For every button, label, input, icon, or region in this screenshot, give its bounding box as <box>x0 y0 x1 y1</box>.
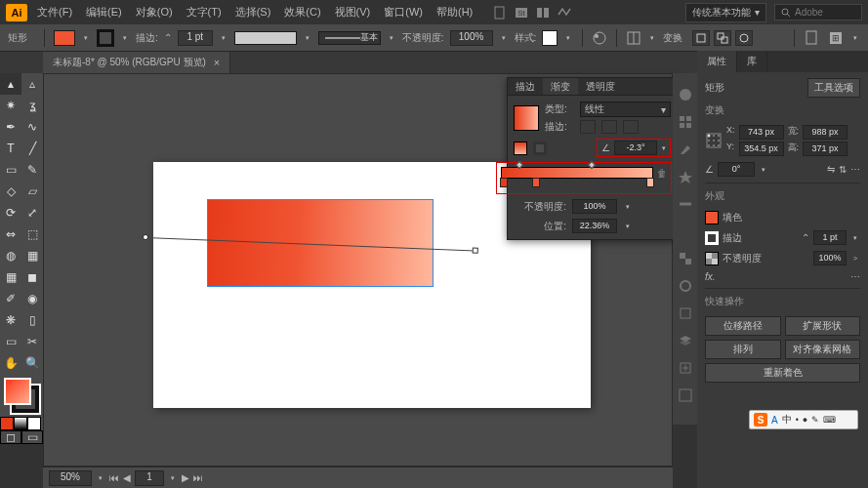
graph-tool[interactable]: ▯ <box>21 309 43 331</box>
isolate-icon[interactable] <box>735 30 753 46</box>
menu-effect[interactable]: 效果(C) <box>278 2 326 22</box>
zoom-tool[interactable]: 🔍 <box>21 352 43 374</box>
ime-item[interactable]: • <box>796 415 799 425</box>
close-tab-icon[interactable]: × <box>214 57 220 68</box>
flip-v-icon[interactable]: ⇅ <box>839 164 847 175</box>
x-input[interactable]: 743 px <box>739 125 784 140</box>
hand-tool[interactable]: ✋ <box>0 352 21 374</box>
fill-box[interactable] <box>4 378 31 405</box>
stroke-mode-2[interactable] <box>601 120 617 134</box>
rectangle-tool[interactable]: ▭ <box>0 159 21 181</box>
st-dd[interactable]: ▾ <box>387 31 396 45</box>
fill-gradient-swatch[interactable] <box>514 142 527 155</box>
shape-mode-2-icon[interactable] <box>714 30 731 46</box>
sp-dd[interactable]: ▾ <box>303 31 312 45</box>
curvature-tool[interactable]: ∿ <box>21 116 43 138</box>
midpoint-1[interactable] <box>516 161 523 169</box>
style-dd[interactable]: ▾ <box>563 31 573 45</box>
rotate-input[interactable]: 0° <box>718 162 755 177</box>
stroke-dd[interactable]: ▾ <box>120 31 130 45</box>
selected-rectangle[interactable] <box>208 200 433 286</box>
ime-item[interactable]: 中 <box>782 413 792 427</box>
rot-dd[interactable]: ▾ <box>759 163 768 177</box>
symbol-tool[interactable]: ❋ <box>0 309 21 331</box>
menu-edit[interactable]: 编辑(E) <box>80 2 128 22</box>
gradient-tool[interactable]: ◼ <box>21 266 43 288</box>
menu-file[interactable]: 文件(F) <box>31 2 78 22</box>
tab-gradient[interactable]: 渐变 <box>543 78 578 95</box>
ime-item[interactable]: ⌨ <box>823 415 836 425</box>
direct-selection-tool[interactable]: ▵ <box>21 73 43 95</box>
transparency-panel-icon[interactable] <box>678 251 693 266</box>
brush-tool[interactable]: ✎ <box>21 159 43 181</box>
gop-dd[interactable]: ▾ <box>623 200 633 214</box>
color-stop-end[interactable] <box>646 178 654 187</box>
ime-item[interactable]: A <box>771 415 778 426</box>
swatches-panel-icon[interactable] <box>678 114 693 130</box>
arrange-button[interactable]: 排列 <box>705 340 781 359</box>
tab-properties[interactable]: 属性 <box>697 51 737 72</box>
more-options-icon[interactable]: ⋯ <box>850 164 860 175</box>
h-input[interactable]: 371 px <box>803 142 847 156</box>
stroke-mode-3[interactable] <box>623 120 639 134</box>
color-swatch[interactable] <box>0 417 14 430</box>
line-tool[interactable]: ╱ <box>21 138 43 159</box>
magic-wand-tool[interactable]: ✷ <box>0 95 21 116</box>
gradient-end-handle[interactable] <box>473 247 478 253</box>
mesh-tool[interactable]: ▦ <box>0 266 21 288</box>
op-dd[interactable]: ▾ <box>499 31 509 45</box>
type-tool[interactable]: T <box>0 138 21 159</box>
stroke-mode-1[interactable] <box>580 120 596 134</box>
menu-view[interactable]: 视图(V) <box>329 2 377 22</box>
po-dd[interactable]: > <box>850 252 860 265</box>
pos-dd[interactable]: ▾ <box>623 220 633 233</box>
shaper-tool[interactable]: ◇ <box>0 181 21 202</box>
appearance-panel-icon[interactable] <box>678 278 693 294</box>
menu-type[interactable]: 文字(T) <box>181 2 227 22</box>
tab-transparency[interactable]: 透明度 <box>578 78 623 95</box>
shape-mode-1-icon[interactable] <box>692 30 710 46</box>
midpoint-2[interactable] <box>588 161 596 169</box>
shape-builder-tool[interactable]: ◍ <box>0 245 21 266</box>
reference-point-icon[interactable] <box>705 132 723 149</box>
search-input[interactable]: Adobe <box>774 4 862 20</box>
none-swatch[interactable] <box>27 417 41 430</box>
gradient-preview-swatch[interactable] <box>514 105 539 131</box>
pref-dd[interactable]: ▾ <box>850 31 860 45</box>
prefs-icon[interactable]: ⊞ <box>827 29 845 47</box>
bridge-icon[interactable]: St <box>514 5 529 20</box>
fill-dd[interactable]: ▾ <box>81 31 91 45</box>
menu-object[interactable]: 对象(O) <box>130 2 179 22</box>
pen-tool[interactable]: ✒ <box>0 116 21 138</box>
expand-shape-button[interactable]: 扩展形状 <box>785 316 861 336</box>
stroke-type[interactable]: 基本 <box>318 31 381 45</box>
lasso-tool[interactable]: ʓ <box>21 95 43 116</box>
ime-item[interactable]: ✎ <box>811 415 819 425</box>
ime-item[interactable]: ● <box>803 415 807 425</box>
stroke-preview[interactable] <box>234 31 297 45</box>
asset-export-panel-icon[interactable] <box>678 360 693 376</box>
strokew-dd[interactable]: ▾ <box>219 31 228 45</box>
angle-dd[interactable]: ▾ <box>659 142 669 155</box>
w-input[interactable]: 988 px <box>803 125 847 140</box>
al-dd[interactable]: ▾ <box>647 31 657 45</box>
color-panel-icon[interactable] <box>678 87 693 102</box>
stroke-weight-input[interactable]: 1 pt <box>178 30 213 46</box>
menu-select[interactable]: 选择(S) <box>229 2 277 22</box>
symbols-panel-icon[interactable] <box>678 169 693 184</box>
artboards-panel-icon[interactable] <box>678 387 693 403</box>
tool-options-button[interactable]: 工具选项 <box>807 78 860 98</box>
fill-stroke-control[interactable] <box>0 374 43 417</box>
stroke-gradient-swatch[interactable] <box>533 142 547 155</box>
stroke-swatch[interactable] <box>97 29 114 47</box>
arrange-icon[interactable] <box>535 5 551 20</box>
tab-stroke[interactable]: 描边 <box>508 78 543 95</box>
align-pixel-button[interactable]: 对齐像素网格 <box>785 340 861 359</box>
color-stop-start[interactable] <box>500 178 508 187</box>
psw-dd[interactable]: ▾ <box>850 231 860 245</box>
ab-dd[interactable]: ▾ <box>168 471 178 485</box>
prop-stroke-swatch[interactable] <box>705 231 719 245</box>
gradient-panel-icon[interactable] <box>678 224 693 239</box>
scale-tool[interactable]: ⤢ <box>21 202 43 224</box>
graphic-styles-panel-icon[interactable] <box>678 305 693 321</box>
